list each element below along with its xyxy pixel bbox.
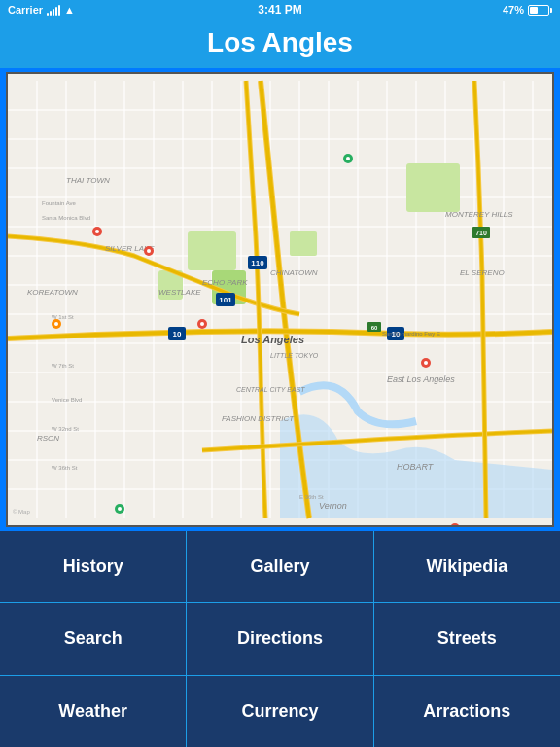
svg-text:Santa Monica Blvd: Santa Monica Blvd: [42, 215, 90, 221]
svg-text:W 1st St: W 1st St: [52, 314, 74, 320]
svg-text:60: 60: [371, 325, 378, 331]
svg-rect-33: [188, 231, 236, 270]
svg-text:WESTLAKE: WESTLAKE: [158, 288, 201, 297]
directions-button[interactable]: Directions: [187, 603, 372, 674]
svg-rect-37: [290, 231, 317, 256]
svg-text:LITTLE TOKYO: LITTLE TOKYO: [270, 352, 319, 359]
svg-point-81: [54, 322, 58, 326]
svg-rect-34: [406, 163, 460, 212]
battery-icon: [528, 5, 552, 16]
status-bar: Carrier ▲ 3:41 PM 47%: [0, 0, 560, 19]
app-header: Los Angles: [0, 19, 560, 68]
svg-text:E 36th St: E 36th St: [299, 494, 324, 500]
page-title: Los Angles: [0, 27, 560, 58]
svg-text:CHINATOWN: CHINATOWN: [270, 268, 318, 277]
button-grid: HistoryGalleryWikipediaSearchDirectionsS…: [0, 531, 560, 747]
svg-point-87: [118, 507, 122, 511]
streets-button[interactable]: Streets: [374, 603, 560, 674]
status-left: Carrier ▲: [8, 4, 75, 16]
svg-text:W 7th St: W 7th St: [52, 363, 74, 369]
svg-text:ECHO PARK: ECHO PARK: [202, 278, 248, 287]
status-right: 47%: [503, 4, 552, 16]
svg-text:W 32nd St: W 32nd St: [52, 426, 79, 432]
svg-text:CENTRAL CITY EAST: CENTRAL CITY EAST: [236, 386, 305, 393]
svg-text:FASHION DISTRICT: FASHION DISTRICT: [222, 414, 295, 423]
svg-text:RSON: RSON: [37, 434, 59, 443]
svg-text:101: 101: [219, 296, 232, 304]
history-button[interactable]: History: [0, 531, 186, 602]
svg-text:Fountain Ave: Fountain Ave: [42, 200, 77, 206]
weather-button[interactable]: Weather: [0, 676, 186, 747]
attractions-button[interactable]: Arractions: [374, 676, 560, 747]
svg-text:110: 110: [251, 259, 264, 267]
svg-text:© Map: © Map: [13, 509, 30, 515]
svg-point-77: [147, 249, 151, 253]
wifi-icon: ▲: [64, 4, 75, 16]
svg-text:HOBART: HOBART: [397, 462, 435, 472]
svg-text:Los Angeles: Los Angeles: [241, 334, 304, 345]
svg-point-91: [346, 157, 350, 160]
svg-point-79: [200, 322, 204, 326]
currency-button[interactable]: Currency: [187, 676, 372, 747]
svg-text:MONTEREY HILLS: MONTEREY HILLS: [445, 210, 513, 219]
svg-text:W 36th St: W 36th St: [52, 465, 78, 471]
svg-text:Vernon: Vernon: [319, 501, 347, 511]
gallery-button[interactable]: Gallery: [187, 531, 372, 602]
svg-text:Venice Blvd: Venice Blvd: [52, 397, 82, 403]
svg-text:710: 710: [475, 230, 487, 236]
search-button[interactable]: Search: [0, 603, 186, 674]
svg-point-75: [95, 230, 99, 233]
svg-text:KOREATOWN: KOREATOWN: [27, 288, 78, 297]
battery-percent: 47%: [503, 4, 524, 16]
carrier-label: Carrier: [8, 4, 43, 16]
status-time: 3:41 PM: [258, 3, 301, 17]
wikipedia-button[interactable]: Wikipedia: [374, 531, 560, 602]
svg-point-83: [424, 361, 428, 365]
svg-text:San Bernardino Fwy E: San Bernardino Fwy E: [382, 331, 440, 337]
svg-point-84: [450, 523, 460, 525]
svg-text:EL SERENO: EL SERENO: [460, 268, 505, 277]
map-view[interactable]: 10 10 101 110 60 710 THAI TOWN SILVER LA…: [6, 72, 554, 527]
svg-text:East Los Angeles: East Los Angeles: [387, 374, 455, 384]
svg-text:THAI TOWN: THAI TOWN: [66, 176, 110, 185]
svg-text:10: 10: [173, 330, 182, 338]
signal-icon: [47, 4, 60, 16]
